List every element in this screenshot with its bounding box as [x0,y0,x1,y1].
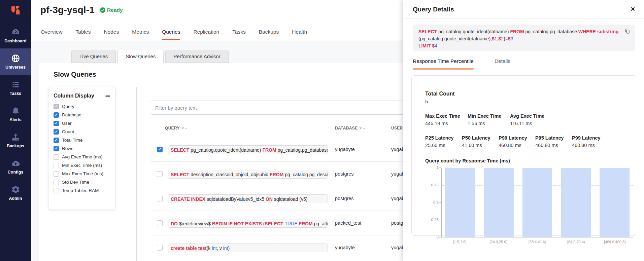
tab-replication[interactable]: Replication [193,29,219,40]
checkbox[interactable] [54,138,59,143]
checkbox[interactable] [54,188,59,193]
stat-label: P95 Latency [535,135,565,141]
tab-overview[interactable]: Overview [41,29,63,40]
sort-icon[interactable] [181,127,188,129]
yugabyte-logo[interactable] [0,0,31,22]
column-option-max-exec-time-ms: Max Exec Time (ms) [54,170,110,178]
latency-stats: P25 Latency25.60 msP50 Latency41.60 msP9… [425,135,636,148]
column-header-user[interactable]: USER [391,126,403,130]
sql-keyword: SELECT [171,147,191,153]
tab-queries[interactable]: Queries [162,29,180,40]
stat-label: Avg Exec Time [510,113,545,119]
tab-health[interactable]: Health [292,29,307,40]
sidebar-item-universes[interactable]: Universes [0,48,31,75]
details-title: Query Details [413,6,454,13]
tab-backups[interactable]: Backups [259,29,279,40]
slow-queries-title: Slow Queries [54,71,96,78]
row-checkbox[interactable] [157,196,163,201]
universes-globe-icon [11,54,20,63]
query-filter-input[interactable] [150,101,406,115]
queries-subtabs: Live QueriesSlow QueriesPerformance Advi… [71,50,230,63]
sidebar-item-backups[interactable]: Backups [0,127,31,153]
sql-token: int [212,246,217,251]
column-option-label: Temp Tables RAM [62,188,99,193]
column-header-label: DATABASE [335,126,358,130]
dashboard-gauge-icon [11,28,20,37]
row-checkbox[interactable] [157,245,163,251]
sidebar-item-label: Dashboard [4,39,26,43]
y-axis-tick: 1 [427,165,439,170]
sidebar-item-alerts[interactable]: Alerts [0,101,31,127]
row-checkbox[interactable] [157,171,163,177]
checkbox[interactable] [54,171,59,177]
details-tabs: Response Time PercentileDetails [413,58,510,70]
sidebar-item-tasks[interactable]: Tasks [0,75,31,101]
sql-keyword: create table test [171,246,207,251]
checkbox[interactable] [54,146,59,151]
tab-tasks[interactable]: Tasks [232,29,246,40]
sql-token: 4 [435,43,437,48]
sql-text: pg_catalog.quote_ident(datname) [191,147,262,153]
stat-value: 25.60 ms [425,143,454,148]
subtab-performance-advisor[interactable]: Performance Advisor [165,50,228,63]
close-icon[interactable]: ✕ [631,6,635,13]
checkbox[interactable] [54,180,59,185]
query-cell[interactable]: CREATE INDEX sqldataloadByValuev5_idx5 O… [168,194,328,203]
sidebar-item-label: Backups [7,144,24,148]
checkbox[interactable] [54,121,59,126]
column-option-label: Query [62,104,74,109]
stat-value: 460.80 ms [499,143,528,148]
query-cell[interactable]: SELECT pg_catalog.quote_ident(datname) F… [168,145,328,154]
sql-keyword: SELECT [418,29,438,34]
column-option-label: Std Dev Time [62,180,89,185]
column-header-label: QUERY [165,126,180,130]
details-header: Query Details ✕ [403,0,644,19]
details-tab-response-time-percentile[interactable]: Response Time Percentile [413,58,474,70]
collapse-icon[interactable] [105,96,110,97]
sort-icon[interactable] [359,127,365,129]
sidebar-item-dashboard[interactable]: Dashboard [0,22,31,48]
column-option-label: User [62,121,72,126]
column-header-database[interactable]: DATABASE [335,126,365,130]
subtab-live-queries[interactable]: Live Queries [71,50,116,63]
stat-value: 460.80 ms [572,143,601,148]
tab-tables[interactable]: Tables [76,29,91,40]
universe-tabs: OverviewTablesNodesMetricsQueriesReplica… [41,29,307,40]
column-option-label: Min Exec Time (ms) [62,163,102,168]
row-checkbox[interactable] [157,220,163,226]
checkbox[interactable] [54,154,59,160]
sql-token: TRUE [284,221,299,226]
query-cell[interactable]: create table test(k int, v int) [168,244,328,252]
sql-text: pg_catalog.pg_descripti… [285,172,328,177]
stat-value: 445.18 ms [425,121,460,126]
checkbox[interactable] [54,163,59,168]
query-cell[interactable]: SELECT description, classoid, objoid, ob… [168,170,328,179]
sql-line: (pg_catalog.quote_ident(datname),$1,$2)=… [418,35,620,42]
tab-nodes[interactable]: Nodes [104,29,119,40]
sql-keyword: $ [492,36,495,41]
x-axis-label: [64.0,70.4) [561,240,591,244]
column-option-query: Query [54,102,110,111]
checkbox[interactable] [54,104,59,109]
checkbox[interactable] [54,129,59,135]
query-cell[interactable]: DO $redefineview$ BEGIN IF NOT EXISTS (S… [168,219,328,228]
checkbox[interactable] [54,112,59,118]
row-checkbox[interactable] [157,147,163,152]
sql-text: , v [217,246,223,251]
stat-p50-latency: P50 Latency41.60 ms [462,135,491,148]
sidebar-item-configs[interactable]: Configs [0,153,31,180]
sidebar-item-label: Configs [8,170,24,175]
bar [522,168,552,237]
subtab-slow-queries[interactable]: Slow Queries [117,50,164,63]
column-header-query[interactable]: QUERY [165,126,188,130]
chart-plot [441,168,633,237]
sidebar-item-admin[interactable]: Admin [0,180,31,206]
stat-value: 460.80 ms [535,143,565,148]
column-option-min-exec-time-ms: Min Exec Time (ms) [54,161,110,170]
details-tab-details[interactable]: Details [495,58,510,70]
sql-keyword: WHERE substring [578,29,619,34]
sql-text: )= [504,36,508,41]
tab-metrics[interactable]: Metrics [132,29,149,40]
column-option-user: User [54,119,110,127]
copy-icon[interactable] [624,28,631,34]
